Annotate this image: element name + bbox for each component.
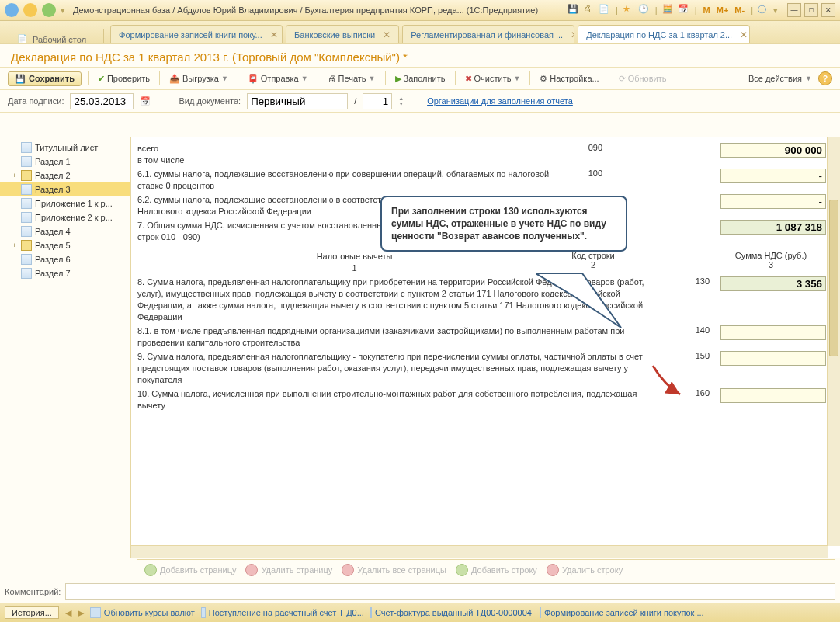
section-header: Налоговые вычеты1 Код строки2 Сумма НДС … bbox=[137, 251, 821, 274]
hint-callout: При заполнении строки 130 используются с… bbox=[380, 196, 627, 252]
line-code: 090 bbox=[559, 143, 607, 152]
value-input[interactable] bbox=[720, 325, 826, 340]
tree-item[interactable]: Приложение 1 к р... bbox=[0, 196, 130, 210]
line-code: 100 bbox=[559, 169, 607, 178]
comment-row: Комментарий: bbox=[5, 583, 835, 600]
window-titlebar: ▾ Демонстрационная база / Абдулов Юрий В… bbox=[0, 0, 840, 21]
minimize-button[interactable]: — bbox=[787, 3, 801, 17]
tab-item[interactable]: Формирование записей книги поку...✕ bbox=[110, 25, 283, 44]
tab-close-icon[interactable]: ✕ bbox=[383, 30, 390, 40]
horizontal-scrollbar[interactable] bbox=[131, 545, 828, 558]
tree-item[interactable]: Раздел 4 bbox=[0, 224, 130, 238]
comment-label: Комментарий: bbox=[5, 587, 61, 596]
memory-mminus[interactable]: M- bbox=[733, 5, 746, 15]
app-menu-icon[interactable] bbox=[5, 3, 19, 17]
form-row: всегов том числе 090 bbox=[137, 143, 821, 166]
calendar-icon[interactable]: 📅 bbox=[678, 4, 690, 16]
document-icon bbox=[21, 226, 32, 237]
tree-item[interactable]: Раздел 6 bbox=[0, 252, 130, 266]
value-input-total[interactable] bbox=[720, 220, 826, 235]
info-icon[interactable]: ⓘ bbox=[758, 4, 770, 16]
org-link[interactable]: Организации для заполнения отчета bbox=[427, 96, 573, 106]
document-icon bbox=[201, 607, 206, 618]
form-row: 10. Сумма налога, исчисленная при выполн… bbox=[137, 388, 821, 412]
doctype-input[interactable] bbox=[247, 93, 348, 109]
form-row: 8.1. в том числе предъявленная подрядным… bbox=[137, 325, 821, 349]
recent-item[interactable]: Формирование записей книги покупок ... bbox=[540, 607, 703, 618]
memory-m[interactable]: M bbox=[702, 5, 712, 15]
status-bar: История... ◀ ▶ Обновить курсы валют Пост… bbox=[0, 603, 840, 622]
folder-icon bbox=[21, 240, 32, 251]
document-icon bbox=[21, 268, 32, 279]
check-button[interactable]: ✔Проверить bbox=[95, 72, 153, 85]
upload-button[interactable]: 📤Выгрузка▼ bbox=[166, 72, 231, 85]
delete-page-button[interactable]: Удалить страницу bbox=[245, 564, 332, 576]
tree-item[interactable]: Раздел 1 bbox=[0, 155, 130, 169]
history-button[interactable]: История... bbox=[5, 606, 59, 619]
tree-item[interactable]: +Раздел 5 bbox=[0, 238, 130, 252]
document-params-row: Дата подписи: 📅 Вид документа: / ▲▼ Орга… bbox=[0, 90, 840, 113]
tab-close-icon[interactable]: ✕ bbox=[270, 30, 278, 40]
history-icon[interactable]: 🕑 bbox=[638, 4, 651, 16]
tree-item[interactable]: Приложение 2 к р... bbox=[0, 210, 130, 224]
form-row: 6.1. суммы налога, подлежащие восстановл… bbox=[137, 169, 821, 192]
document-icon bbox=[90, 607, 101, 618]
tab-item[interactable]: Регламентированная и финансовая ...✕ bbox=[402, 25, 574, 44]
value-input-highlight[interactable] bbox=[720, 276, 826, 291]
vertical-scrollbar[interactable] bbox=[827, 137, 840, 546]
tab-item-active[interactable]: Декларация по НДС за 1 квартал 2...✕ bbox=[578, 25, 750, 44]
save-button[interactable]: 💾Сохранить bbox=[8, 71, 82, 86]
page-input[interactable] bbox=[363, 93, 392, 109]
all-actions-button[interactable]: Все действия▼? bbox=[748, 71, 832, 85]
value-input[interactable] bbox=[720, 143, 826, 158]
memory-mplus[interactable]: M+ bbox=[715, 5, 731, 15]
preview-icon[interactable]: 📄 bbox=[599, 4, 611, 16]
print-button[interactable]: 🖨Печать▼ bbox=[325, 72, 379, 85]
disk-icon: 💾 bbox=[15, 74, 26, 84]
refresh-icon: ⟳ bbox=[619, 74, 626, 84]
document-icon bbox=[21, 254, 32, 265]
recent-item[interactable]: Поступление на расчетный счет Т Д0... bbox=[201, 607, 364, 618]
recent-item[interactable]: Обновить курсы валют bbox=[90, 607, 195, 618]
document-icon bbox=[540, 607, 541, 618]
app-nav-icon[interactable] bbox=[23, 3, 37, 17]
fill-button[interactable]: ▶Заполнить bbox=[392, 72, 449, 85]
date-label: Дата подписи: bbox=[8, 96, 64, 106]
value-input[interactable] bbox=[720, 194, 826, 209]
tree-item-selected[interactable]: Раздел 3 bbox=[0, 182, 130, 196]
tree-item[interactable]: +Раздел 2 bbox=[0, 169, 130, 182]
tab-close-icon[interactable]: ✕ bbox=[740, 30, 748, 40]
save-icon[interactable]: 💾 bbox=[568, 4, 580, 16]
send-icon: 📮 bbox=[248, 74, 259, 84]
line-code: 130 bbox=[666, 276, 714, 286]
add-row-button[interactable]: Добавить строку bbox=[456, 564, 537, 576]
document-icon bbox=[370, 607, 372, 618]
value-input[interactable] bbox=[720, 388, 826, 403]
maximize-button[interactable]: □ bbox=[804, 3, 818, 17]
calculator-icon[interactable]: 🧮 bbox=[662, 4, 675, 16]
delete-row-button[interactable]: Удалить строку bbox=[547, 564, 623, 576]
favorite-icon[interactable]: ★ bbox=[623, 4, 635, 16]
value-input[interactable] bbox=[720, 351, 826, 366]
date-input[interactable] bbox=[70, 93, 134, 109]
refresh-button[interactable]: ⟳Обновить bbox=[616, 72, 670, 85]
print-icon[interactable]: 🖨 bbox=[583, 4, 595, 16]
comment-input[interactable] bbox=[65, 583, 835, 600]
nav-prev-icon[interactable]: ◀ bbox=[65, 608, 71, 618]
line-code: 140 bbox=[666, 325, 714, 335]
app-actions-icon[interactable] bbox=[42, 3, 56, 17]
clear-button[interactable]: ✖Очистить▼ bbox=[462, 72, 524, 85]
delete-all-pages-button[interactable]: Удалить все страницы bbox=[342, 564, 446, 576]
value-input[interactable] bbox=[720, 169, 826, 183]
send-button[interactable]: 📮Отправка▼ bbox=[245, 72, 311, 85]
add-page-button[interactable]: Добавить страницу bbox=[144, 564, 236, 576]
help-icon[interactable]: ? bbox=[818, 71, 832, 85]
settings-button[interactable]: ⚙Настройка... bbox=[536, 72, 602, 85]
tree-item[interactable]: Титульный лист bbox=[0, 141, 130, 155]
close-button[interactable]: ✕ bbox=[821, 3, 835, 17]
tab-close-icon[interactable]: ✕ bbox=[571, 30, 574, 40]
recent-item[interactable]: Счет-фактура выданный ТД00-0000004 о... bbox=[370, 607, 533, 618]
tree-item[interactable]: Раздел 7 bbox=[0, 266, 130, 280]
nav-next-icon[interactable]: ▶ bbox=[78, 608, 84, 618]
tab-item[interactable]: Банковские выписки✕ bbox=[286, 25, 399, 44]
